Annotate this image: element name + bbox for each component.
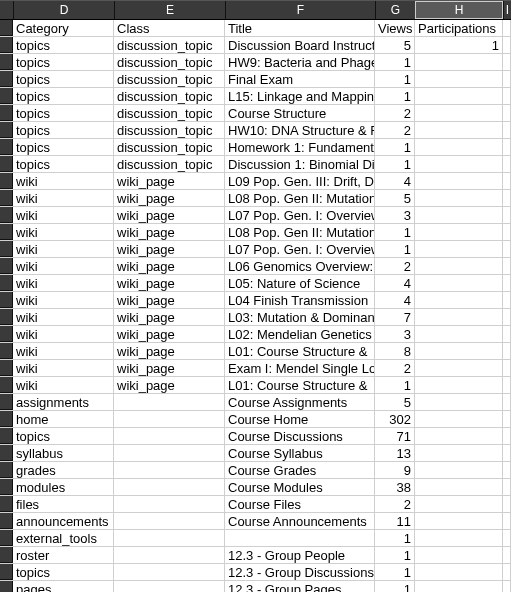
cell-class[interactable]: discussion_topic <box>114 105 225 121</box>
header-title[interactable]: Title <box>225 20 375 36</box>
cell-category[interactable]: announcements <box>13 513 114 529</box>
row-header[interactable] <box>0 547 13 563</box>
cell-class[interactable]: wiki_page <box>114 224 225 240</box>
cell-category[interactable]: wiki <box>13 292 114 308</box>
row-header[interactable] <box>0 564 13 580</box>
cell-category[interactable]: roster <box>13 547 114 563</box>
cell-class[interactable] <box>114 547 225 563</box>
cell-class[interactable]: wiki_page <box>114 241 225 257</box>
cell-participations[interactable] <box>415 377 503 393</box>
row-header[interactable] <box>0 207 13 223</box>
cell-class[interactable]: discussion_topic <box>114 54 225 70</box>
cell-class[interactable]: wiki_page <box>114 258 225 274</box>
cell-views[interactable]: 38 <box>375 479 415 495</box>
cell-views[interactable]: 11 <box>375 513 415 529</box>
row-header[interactable] <box>0 37 13 53</box>
cell-category[interactable]: wiki <box>13 275 114 291</box>
cell-I[interactable] <box>503 547 511 563</box>
row-header[interactable] <box>0 411 13 427</box>
cell-views[interactable]: 2 <box>375 122 415 138</box>
cell-I[interactable] <box>503 71 511 87</box>
cell-views[interactable]: 1 <box>375 581 415 592</box>
cell-class[interactable] <box>114 581 225 592</box>
cell-category[interactable]: assignments <box>13 394 114 410</box>
cell-category[interactable]: topics <box>13 88 114 104</box>
row-header[interactable] <box>0 326 13 342</box>
cell-title[interactable]: Homework 1: Fundamentals <box>225 139 375 155</box>
header-class[interactable]: Class <box>114 20 225 36</box>
cell-views[interactable]: 1 <box>375 530 415 546</box>
cell-title[interactable]: L07 Pop. Gen. I: Overview <box>225 241 375 257</box>
cell-class[interactable]: discussion_topic <box>114 139 225 155</box>
cell-class[interactable]: discussion_topic <box>114 122 225 138</box>
cell-title[interactable]: Course Home <box>225 411 375 427</box>
cell-I[interactable] <box>503 122 511 138</box>
cell-category[interactable]: external_tools <box>13 530 114 546</box>
cell-views[interactable]: 71 <box>375 428 415 444</box>
cell-title[interactable]: Course Structure <box>225 105 375 121</box>
row-header[interactable] <box>0 394 13 410</box>
cell-I[interactable] <box>503 581 511 592</box>
cell-class[interactable]: wiki_page <box>114 292 225 308</box>
cell-I[interactable] <box>503 37 511 53</box>
cell-category[interactable]: wiki <box>13 173 114 189</box>
cell-views[interactable]: 3 <box>375 207 415 223</box>
cell-participations[interactable] <box>415 445 503 461</box>
cell-participations[interactable] <box>415 207 503 223</box>
cell-participations[interactable] <box>415 394 503 410</box>
cell-class[interactable]: discussion_topic <box>114 156 225 172</box>
row-header[interactable] <box>0 173 13 189</box>
cell-views[interactable]: 8 <box>375 343 415 359</box>
cell-title[interactable]: Course Announcements <box>225 513 375 529</box>
cell-class[interactable] <box>114 479 225 495</box>
cell-participations[interactable] <box>415 122 503 138</box>
cell-I[interactable] <box>503 496 511 512</box>
cell-class[interactable] <box>114 530 225 546</box>
cell-class[interactable]: wiki_page <box>114 343 225 359</box>
cell-views[interactable]: 2 <box>375 258 415 274</box>
cell-class[interactable] <box>114 428 225 444</box>
cell-title[interactable]: 12.3 - Group Pages <box>225 581 375 592</box>
cell-category[interactable]: wiki <box>13 241 114 257</box>
row-header[interactable] <box>0 496 13 512</box>
cell-I[interactable] <box>503 445 511 461</box>
cell-category[interactable]: topics <box>13 564 114 580</box>
row-header[interactable] <box>0 275 13 291</box>
row-header[interactable] <box>0 54 13 70</box>
cell-title[interactable]: 12.3 - Group People <box>225 547 375 563</box>
cell-participations[interactable] <box>415 54 503 70</box>
cell-class[interactable]: wiki_page <box>114 190 225 206</box>
cell-title[interactable]: L04 Finish Transmission <box>225 292 375 308</box>
row-header[interactable] <box>0 292 13 308</box>
cell-views[interactable]: 9 <box>375 462 415 478</box>
cell-I[interactable] <box>503 479 511 495</box>
row-header[interactable] <box>0 122 13 138</box>
row-header[interactable] <box>0 156 13 172</box>
cell-participations[interactable] <box>415 71 503 87</box>
cell-category[interactable]: home <box>13 411 114 427</box>
cell-category[interactable]: wiki <box>13 258 114 274</box>
cell-class[interactable] <box>114 564 225 580</box>
cell-participations[interactable] <box>415 462 503 478</box>
cell-views[interactable]: 1 <box>375 564 415 580</box>
cell-views[interactable]: 4 <box>375 275 415 291</box>
cell-category[interactable]: wiki <box>13 224 114 240</box>
cell-views[interactable]: 1 <box>375 377 415 393</box>
row-header[interactable] <box>0 445 13 461</box>
cell-views[interactable]: 1 <box>375 224 415 240</box>
cell-category[interactable]: grades <box>13 462 114 478</box>
row-header[interactable] <box>0 88 13 104</box>
cell-I[interactable] <box>503 173 511 189</box>
cell-participations[interactable] <box>415 428 503 444</box>
cell-I[interactable] <box>503 258 511 274</box>
cell-I[interactable] <box>503 190 511 206</box>
cell-title[interactable]: Discussion Board Instructions <box>225 37 375 53</box>
cell-title[interactable]: L09 Pop. Gen. III: Drift, Diversity <box>225 173 375 189</box>
cell-participations[interactable] <box>415 530 503 546</box>
cell-views[interactable]: 3 <box>375 326 415 342</box>
col-header-E[interactable]: E <box>114 1 225 19</box>
cell-participations[interactable]: 1 <box>415 37 503 53</box>
row-header[interactable] <box>0 428 13 444</box>
row-header[interactable] <box>0 241 13 257</box>
row-header[interactable] <box>0 462 13 478</box>
